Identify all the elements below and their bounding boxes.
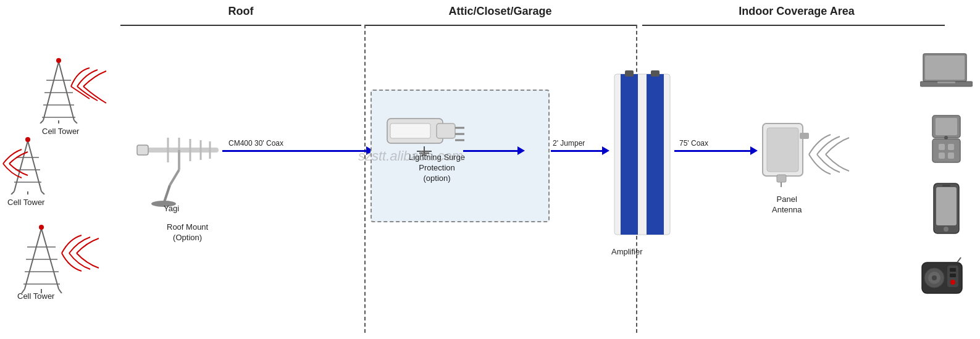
cell-tower-3-label: Cell Tower <box>17 291 54 302</box>
svg-point-71 <box>944 136 948 140</box>
svg-rect-65 <box>936 118 957 135</box>
arrow-yagi-lightning <box>222 150 367 152</box>
svg-rect-41 <box>437 123 455 138</box>
cell-tower-3-waves <box>56 225 117 281</box>
svg-rect-70 <box>948 153 954 159</box>
svg-line-16 <box>11 191 14 195</box>
svg-rect-42 <box>390 123 430 138</box>
smartphone <box>932 182 960 235</box>
cell-tower-2-label: Cell Tower <box>7 198 44 208</box>
coax-75-label: 75' Coax <box>679 139 708 149</box>
svg-rect-56 <box>767 128 798 172</box>
svg-point-83 <box>950 280 955 285</box>
svg-rect-66 <box>932 139 960 162</box>
cell-tower-1-label: Cell Tower <box>42 127 79 137</box>
radio-device <box>919 256 965 296</box>
diagram: Roof Attic/Closet/Garage Indoor Coverage… <box>0 0 980 339</box>
svg-line-8 <box>74 120 77 123</box>
svg-line-19 <box>25 228 41 289</box>
svg-rect-53 <box>625 70 634 77</box>
svg-point-15 <box>25 137 30 142</box>
svg-point-25 <box>39 225 44 230</box>
watermark: szstt.alibaba.com <box>358 148 463 164</box>
svg-line-7 <box>40 120 43 123</box>
svg-rect-73 <box>936 187 957 225</box>
indoor-line <box>642 25 945 26</box>
svg-point-74 <box>944 227 949 232</box>
svg-line-37 <box>170 170 179 185</box>
panel-antenna <box>760 120 812 188</box>
arrow-inside-box <box>463 150 519 152</box>
flip-phone <box>929 114 963 164</box>
svg-rect-75 <box>942 185 950 186</box>
amplifier <box>611 68 673 241</box>
roof-line <box>120 25 361 26</box>
svg-line-17 <box>41 191 44 195</box>
svg-line-0 <box>43 62 59 120</box>
svg-rect-54 <box>651 70 660 77</box>
cell-tower-2-waves <box>0 142 43 185</box>
cm400-label: CM400 30' Coax <box>228 139 283 149</box>
arrow-amp-panel <box>674 150 752 152</box>
svg-rect-81 <box>950 268 956 272</box>
svg-line-84 <box>957 257 961 262</box>
svg-rect-51 <box>621 74 638 235</box>
section-attic: Attic/Closet/Garage <box>383 5 618 18</box>
laptop <box>920 52 973 90</box>
svg-line-27 <box>59 289 62 293</box>
roof-mount-label: Roof Mount(Option) <box>167 222 208 243</box>
attic-line <box>364 25 636 26</box>
svg-point-79 <box>932 275 937 280</box>
svg-rect-68 <box>948 144 954 150</box>
cell-tower-1-waves <box>62 59 124 114</box>
svg-rect-35 <box>137 145 148 155</box>
yagi-label: Yagi <box>164 204 179 214</box>
yagi-antenna <box>130 133 228 207</box>
svg-rect-52 <box>647 74 664 235</box>
divider-1 <box>364 25 366 333</box>
arrow-lightning-amp <box>551 150 603 152</box>
section-roof: Roof <box>148 5 333 18</box>
svg-rect-57 <box>777 175 786 182</box>
section-indoor: Indoor Coverage Area <box>648 5 945 18</box>
amplifier-label: Amplifier <box>611 247 643 257</box>
svg-rect-63 <box>937 82 955 83</box>
indoor-waves <box>806 123 868 185</box>
svg-rect-82 <box>950 274 956 277</box>
svg-rect-67 <box>939 144 945 150</box>
svg-rect-69 <box>939 153 945 159</box>
panel-antenna-label: PanelAntenna <box>772 195 802 216</box>
svg-point-6 <box>56 58 61 63</box>
svg-rect-61 <box>925 56 965 80</box>
jumper-label: 2' Jumper <box>553 139 585 149</box>
